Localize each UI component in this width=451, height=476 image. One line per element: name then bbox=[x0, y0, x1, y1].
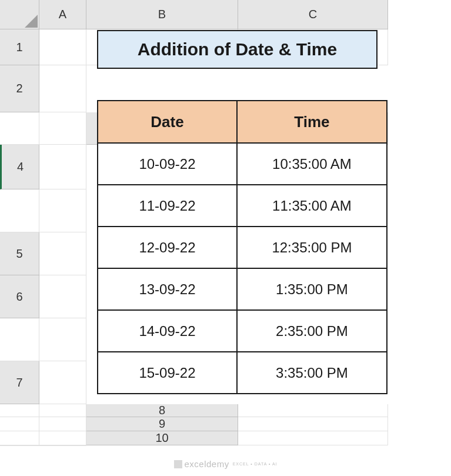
cell-a7[interactable] bbox=[39, 361, 86, 404]
cell-c4[interactable] bbox=[39, 189, 86, 232]
cell-b6[interactable] bbox=[0, 318, 39, 361]
row-header-8[interactable]: 8 bbox=[86, 404, 238, 417]
table-row: 13-09-22 1:35:00 PM bbox=[98, 268, 387, 310]
cell-b8[interactable] bbox=[0, 417, 39, 431]
cell-a2[interactable] bbox=[39, 65, 86, 112]
table-row: 15-09-22 3:35:00 PM bbox=[98, 352, 387, 394]
cell-b7[interactable] bbox=[0, 404, 39, 417]
row-header-4[interactable]: 4 bbox=[0, 145, 39, 189]
table-header-row: Date Time bbox=[98, 101, 387, 143]
cell-time[interactable]: 12:35:00 PM bbox=[237, 227, 387, 268]
row-header-2[interactable]: 2 bbox=[0, 65, 39, 112]
table-area: Date Time 10-09-22 10:35:00 AM 11-09-22 … bbox=[86, 145, 388, 404]
title-box[interactable]: Addition of Date & Time bbox=[97, 30, 377, 69]
cell-b4[interactable] bbox=[0, 189, 39, 232]
cell-time[interactable]: 11:35:00 AM bbox=[237, 185, 387, 227]
row-header-1[interactable]: 1 bbox=[0, 29, 39, 65]
cell-c8[interactable] bbox=[39, 417, 86, 431]
cell-time[interactable]: 1:35:00 PM bbox=[237, 268, 387, 310]
cell-a6[interactable] bbox=[39, 275, 86, 318]
cell-a9[interactable] bbox=[238, 417, 388, 431]
th-date[interactable]: Date bbox=[98, 101, 237, 143]
row-header-7[interactable]: 7 bbox=[0, 361, 39, 404]
cell-a1[interactable] bbox=[39, 29, 86, 65]
cell-c2[interactable] bbox=[39, 112, 86, 145]
cell-date[interactable]: 12-09-22 bbox=[98, 227, 237, 268]
cell-c6[interactable] bbox=[39, 318, 86, 361]
cell-time[interactable]: 3:35:00 PM bbox=[237, 352, 387, 394]
row-header-5[interactable]: 5 bbox=[0, 232, 39, 275]
cell-date[interactable]: 11-09-22 bbox=[98, 185, 237, 227]
watermark: exceldemy EXCEL • DATA • AI bbox=[173, 459, 277, 469]
cell-date[interactable]: 15-09-22 bbox=[98, 352, 237, 394]
col-header-b[interactable]: B bbox=[86, 0, 238, 29]
cell-a8[interactable] bbox=[238, 404, 388, 417]
cell-date[interactable]: 10-09-22 bbox=[98, 143, 237, 185]
cell-a5[interactable] bbox=[39, 232, 86, 275]
cell-b10[interactable] bbox=[0, 445, 39, 446]
watermark-sub: EXCEL • DATA • AI bbox=[233, 462, 278, 466]
th-time[interactable]: Time bbox=[237, 101, 387, 143]
table-row: 14-09-22 2:35:00 PM bbox=[98, 310, 387, 352]
col-header-c[interactable]: C bbox=[238, 0, 388, 29]
row-header-6[interactable]: 6 bbox=[0, 275, 39, 318]
cell-date[interactable]: 14-09-22 bbox=[98, 310, 237, 352]
row-header-10[interactable]: 10 bbox=[86, 431, 238, 445]
data-table: Date Time 10-09-22 10:35:00 AM 11-09-22 … bbox=[97, 100, 387, 394]
cell-a4[interactable] bbox=[39, 145, 86, 189]
cell-time[interactable]: 2:35:00 PM bbox=[237, 310, 387, 352]
cell-b2[interactable] bbox=[0, 112, 39, 145]
table-row: 10-09-22 10:35:00 AM bbox=[98, 143, 387, 185]
cell-c9[interactable] bbox=[39, 431, 86, 445]
watermark-text: exceldemy bbox=[184, 459, 229, 469]
select-all-corner[interactable] bbox=[0, 0, 39, 29]
col-header-a[interactable]: A bbox=[39, 0, 86, 29]
cell-b9[interactable] bbox=[0, 431, 39, 445]
spreadsheet-grid: A B C 1 2 3 Addition of Date & Time 4 5 … bbox=[0, 0, 451, 446]
watermark-icon bbox=[173, 460, 182, 468]
cell-a10[interactable] bbox=[238, 431, 388, 445]
row-header-9[interactable]: 9 bbox=[86, 417, 238, 431]
cell-date[interactable]: 13-09-22 bbox=[98, 268, 237, 310]
table-row: 11-09-22 11:35:00 AM bbox=[98, 185, 387, 227]
table-row: 12-09-22 12:35:00 PM bbox=[98, 227, 387, 268]
cell-c10[interactable] bbox=[39, 445, 86, 446]
cell-time[interactable]: 10:35:00 AM bbox=[237, 143, 387, 185]
cell-c7[interactable] bbox=[39, 404, 86, 417]
